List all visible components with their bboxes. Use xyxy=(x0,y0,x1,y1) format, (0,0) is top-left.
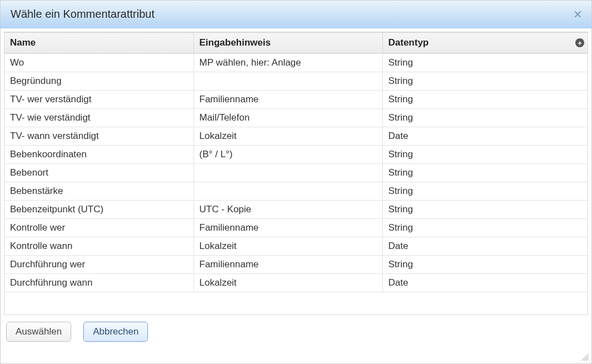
table-row[interactable]: WoMP wählen, hier: AnlageString xyxy=(4,54,588,72)
cell-type: String xyxy=(382,219,588,237)
svg-line-2 xyxy=(586,358,589,361)
cell-hint: Familienname xyxy=(193,91,382,109)
cell-type: String xyxy=(382,146,588,164)
column-header-hint[interactable]: Eingabehinweis xyxy=(193,33,382,53)
column-header-type[interactable]: Datentyp + xyxy=(382,33,588,53)
cell-name: Bebenort xyxy=(4,164,193,182)
cell-hint: Familienname xyxy=(193,256,382,274)
cell-type: String xyxy=(382,201,588,219)
cell-type: Date xyxy=(382,237,588,256)
cell-name: TV- wann verständigt xyxy=(4,127,193,146)
cell-type: String xyxy=(382,109,588,127)
dialog-title: Wähle ein Kommentarattribut xyxy=(11,8,155,21)
cell-name: TV- wer verständigt xyxy=(4,91,193,109)
cell-name: Bebenzeitpunkt (UTC) xyxy=(4,201,193,219)
cell-type: String xyxy=(382,256,588,274)
grid-body-table: WoMP wählen, hier: AnlageStringBegründun… xyxy=(4,53,588,292)
select-button[interactable]: Auswählen xyxy=(6,322,71,342)
table-row[interactable]: Bebenzeitpunkt (UTC)UTC - KopieString xyxy=(4,201,588,219)
cell-name: Bebenstärke xyxy=(4,182,193,201)
grid-header-row: Name Eingabehinweis Datentyp + xyxy=(4,33,588,53)
table-row[interactable]: Kontrolle wannLokalzeitDate xyxy=(4,237,588,256)
table-row[interactable]: Bebenkoordinaten(B° / L°)String xyxy=(4,146,588,164)
cell-hint: Lokalzeit xyxy=(193,127,382,146)
svg-line-1 xyxy=(584,356,589,361)
cell-hint: UTC - Kopie xyxy=(193,201,382,219)
cell-hint: Mail/Telefon xyxy=(193,109,382,127)
cell-hint: Lokalzeit xyxy=(193,237,382,256)
dialog-titlebar: Wähle ein Kommentarattribut ✕ xyxy=(1,1,591,28)
cell-type: String xyxy=(382,54,588,72)
cell-type: String xyxy=(382,72,588,91)
cell-hint: MP wählen, hier: Anlage xyxy=(193,54,382,72)
column-header-type-label: Datentyp xyxy=(389,37,429,48)
cell-name: Bebenkoordinaten xyxy=(4,146,193,164)
cell-type: Date xyxy=(382,274,588,292)
cell-type: String xyxy=(382,164,588,182)
table-row[interactable]: TV- wie verständigtMail/TelefonString xyxy=(4,109,588,127)
cell-name: Begründung xyxy=(4,72,193,91)
cell-name: Kontrolle wann xyxy=(4,237,193,256)
cell-name: Wo xyxy=(4,54,193,72)
cell-name: Durchführung wer xyxy=(4,256,193,274)
table-row[interactable]: Durchführung werFamiliennameString xyxy=(4,256,588,274)
table-row[interactable]: Kontrolle werFamiliennameString xyxy=(4,219,588,237)
table-row[interactable]: Durchführung wannLokalzeitDate xyxy=(4,274,588,292)
cell-name: Kontrolle wer xyxy=(4,219,193,237)
cell-type: String xyxy=(382,182,588,201)
dialog-content: Name Eingabehinweis Datentyp + xyxy=(1,28,591,315)
cell-hint xyxy=(193,182,382,201)
table-row[interactable]: BebenstärkeString xyxy=(4,182,588,201)
cell-hint xyxy=(193,164,382,182)
attribute-grid: Name Eingabehinweis Datentyp + xyxy=(4,32,588,315)
cell-hint: Lokalzeit xyxy=(193,274,382,292)
cancel-button[interactable]: Abbrechen xyxy=(83,322,148,342)
add-row-icon[interactable]: + xyxy=(575,38,584,47)
table-row[interactable]: TV- wer verständigtFamiliennameString xyxy=(4,91,588,109)
cell-name: Durchführung wann xyxy=(4,274,193,292)
cell-hint: (B° / L°) xyxy=(193,146,382,164)
grid-body-scroll[interactable]: WoMP wählen, hier: AnlageStringBegründun… xyxy=(4,53,588,315)
resize-grip-icon[interactable] xyxy=(580,352,590,362)
dialog-window: Wähle ein Kommentarattribut ✕ Name Einga… xyxy=(0,0,592,364)
cell-hint xyxy=(193,72,382,91)
table-row[interactable]: TV- wann verständigtLokalzeitDate xyxy=(4,127,588,146)
cell-type: Date xyxy=(382,127,588,146)
close-icon[interactable]: ✕ xyxy=(571,7,585,22)
cell-type: String xyxy=(382,91,588,109)
table-row[interactable]: BebenortString xyxy=(4,164,588,182)
grid-header-table: Name Eingabehinweis Datentyp + xyxy=(4,32,588,53)
column-header-name[interactable]: Name xyxy=(4,33,193,53)
cell-hint: Familienname xyxy=(193,219,382,237)
cell-name: TV- wie verständigt xyxy=(4,109,193,127)
dialog-buttonbar: Auswählen Abbrechen xyxy=(1,315,591,348)
table-row[interactable]: BegründungString xyxy=(4,72,588,91)
